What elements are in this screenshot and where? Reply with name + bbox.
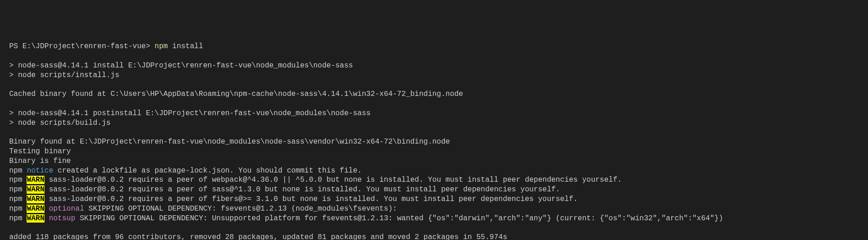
- blank-line: [9, 80, 859, 89]
- npm-prefix: npm: [9, 214, 27, 223]
- warn-text: sass-loader@8.0.2 requires a peer of sas…: [45, 185, 560, 194]
- summary-line: added 118 packages from 96 contributors,…: [9, 233, 859, 240]
- npm-warn-line: npm WARN sass-loader@8.0.2 requires a pe…: [9, 175, 859, 185]
- output-line: > node scripts/build.js: [9, 118, 859, 128]
- notice-label: notice: [27, 167, 53, 175]
- notice-text: created a lockfile as package-lock.json.…: [53, 167, 362, 175]
- blank-line: [9, 51, 859, 61]
- warn-text: SKIPPING OPTIONAL DEPENDENCY: fsevents@1…: [84, 205, 397, 213]
- npm-notice-line: npm notice created a lockfile as package…: [9, 166, 859, 176]
- blank-line: [9, 128, 859, 137]
- prompt-path: E:\JDProject\renren-fast-vue>: [22, 42, 155, 50]
- prompt-line: PS E:\JDProject\renren-fast-vue> npm ins…: [9, 42, 859, 51]
- warn-label: WARN: [27, 195, 44, 203]
- output-line: > node scripts/install.js: [9, 71, 859, 80]
- warn-text: sass-loader@8.0.2 requires a peer of fib…: [45, 195, 578, 203]
- warn-text: SKIPPING OPTIONAL DEPENDENCY: Unsupporte…: [75, 214, 723, 223]
- warn-label: WARN: [27, 214, 44, 223]
- output-line: Binary found at E:\JDProject\renren-fast…: [9, 137, 859, 147]
- npm-warn-line: npm WARN sass-loader@8.0.2 requires a pe…: [9, 195, 859, 204]
- npm-prefix: npm: [9, 205, 27, 213]
- warn-label: WARN: [27, 185, 44, 194]
- optional-label: optional: [45, 205, 84, 213]
- npm-warn-line: npm WARN optional SKIPPING OPTIONAL DEPE…: [9, 204, 859, 214]
- output-line: Testing binary: [9, 147, 859, 156]
- npm-prefix: npm: [9, 167, 27, 175]
- output-line: > node-sass@4.14.1 install E:\JDProject\…: [9, 61, 859, 71]
- blank-line: [9, 223, 859, 233]
- warn-text: sass-loader@8.0.2 requires a peer of web…: [45, 176, 622, 184]
- npm-prefix: npm: [9, 176, 27, 184]
- npm-prefix: npm: [9, 185, 27, 194]
- terminal-output[interactable]: PS E:\JDProject\renren-fast-vue> npm ins…: [9, 42, 859, 240]
- output-line: Binary is fine: [9, 156, 859, 166]
- output-line: Cached binary found at C:\Users\HP\AppDa…: [9, 89, 859, 99]
- npm-warn-line: npm WARN notsup SKIPPING OPTIONAL DEPEND…: [9, 214, 859, 223]
- npm-warn-line: npm WARN sass-loader@8.0.2 requires a pe…: [9, 185, 859, 195]
- notsup-label: notsup: [45, 214, 75, 223]
- warn-label: WARN: [27, 176, 44, 184]
- warn-label: WARN: [27, 205, 44, 213]
- output-line: > node-sass@4.14.1 postinstall E:\JDProj…: [9, 109, 859, 118]
- blank-line: [9, 99, 859, 109]
- npm-prefix: npm: [9, 195, 27, 203]
- prompt-ps: PS: [9, 42, 22, 50]
- command-install: install: [168, 42, 203, 50]
- command-npm: npm: [155, 42, 168, 50]
